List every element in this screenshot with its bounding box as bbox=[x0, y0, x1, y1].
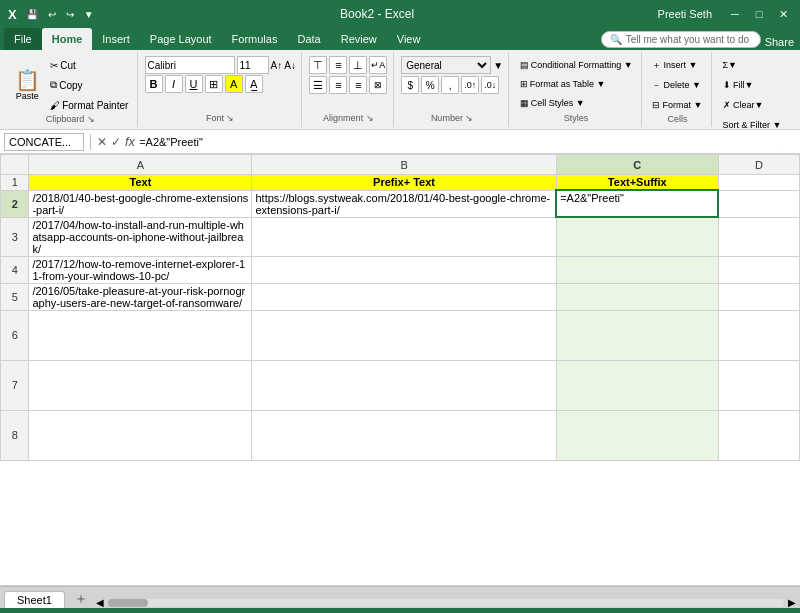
paste-btn[interactable]: 📋 Paste bbox=[9, 68, 45, 103]
tab-home[interactable]: Home bbox=[42, 28, 93, 50]
add-sheet-btn[interactable]: ＋ bbox=[70, 590, 92, 608]
sort-filter-btn[interactable]: Sort & Filter ▼ bbox=[720, 116, 785, 134]
tab-view[interactable]: View bbox=[387, 28, 431, 50]
insert-function-icon[interactable]: fx bbox=[125, 134, 135, 149]
qa-dropdown-btn[interactable]: ▼ bbox=[81, 8, 97, 21]
cell-D5[interactable] bbox=[718, 283, 799, 310]
cell-C5[interactable] bbox=[556, 283, 718, 310]
fill-btn[interactable]: ⬇ Fill▼ bbox=[720, 76, 757, 94]
wrap-text-btn[interactable]: ↵A bbox=[369, 56, 387, 74]
align-bottom-btn[interactable]: ⊥ bbox=[349, 56, 367, 74]
format-painter-btn[interactable]: 🖌 Format Painter bbox=[47, 96, 131, 114]
col-header-B[interactable]: B bbox=[252, 155, 556, 175]
comma-btn[interactable]: , bbox=[441, 76, 459, 94]
cell-B6[interactable] bbox=[252, 310, 556, 360]
bold-btn[interactable]: B bbox=[145, 75, 163, 93]
cell-C6[interactable] bbox=[556, 310, 718, 360]
row-header-1[interactable]: 1 bbox=[1, 175, 29, 191]
cell-A3[interactable]: /2017/04/how-to-install-and-run-multiple… bbox=[29, 217, 252, 256]
grow-font-btn[interactable]: A↑ bbox=[271, 60, 283, 71]
name-box[interactable]: CONCATE... bbox=[4, 133, 84, 151]
minimize-btn[interactable]: ─ bbox=[726, 5, 744, 23]
row-header-2[interactable]: 2 bbox=[1, 190, 29, 217]
align-left-btn[interactable]: ☰ bbox=[309, 76, 327, 94]
tab-review[interactable]: Review bbox=[331, 28, 387, 50]
cell-B4[interactable] bbox=[252, 256, 556, 283]
cell-B5[interactable] bbox=[252, 283, 556, 310]
cell-D8[interactable] bbox=[718, 410, 799, 460]
number-format-select[interactable]: General Number Currency bbox=[401, 56, 491, 74]
font-color-btn[interactable]: A̲ bbox=[245, 75, 263, 93]
align-right-btn[interactable]: ≡ bbox=[349, 76, 367, 94]
cell-C3[interactable] bbox=[556, 217, 718, 256]
cell-D1[interactable] bbox=[718, 175, 799, 191]
row-header-8[interactable]: 8 bbox=[1, 410, 29, 460]
cell-D7[interactable] bbox=[718, 360, 799, 410]
row-header-3[interactable]: 3 bbox=[1, 217, 29, 256]
fill-color-btn[interactable]: A bbox=[225, 75, 243, 93]
cell-styles-btn[interactable]: ▦ Cell Styles ▼ bbox=[517, 94, 588, 112]
cell-A4[interactable]: /2017/12/how-to-remove-internet-explorer… bbox=[29, 256, 252, 283]
cell-D2[interactable] bbox=[718, 190, 799, 217]
row-header-6[interactable]: 6 bbox=[1, 310, 29, 360]
restore-btn[interactable]: □ bbox=[750, 5, 768, 23]
cell-C4[interactable] bbox=[556, 256, 718, 283]
decrease-decimal-btn[interactable]: .0↓ bbox=[481, 76, 499, 94]
cell-B3[interactable] bbox=[252, 217, 556, 256]
cell-B7[interactable] bbox=[252, 360, 556, 410]
cell-C8[interactable] bbox=[556, 410, 718, 460]
font-size-select[interactable] bbox=[237, 56, 269, 74]
italic-btn[interactable]: I bbox=[165, 75, 183, 93]
formula-input[interactable] bbox=[139, 136, 796, 148]
tab-data[interactable]: Data bbox=[287, 28, 330, 50]
tell-me-bar[interactable]: 🔍 Tell me what you want to do bbox=[601, 31, 761, 48]
undo-quick-btn[interactable]: ↩ bbox=[45, 8, 59, 21]
confirm-formula-icon[interactable]: ✓ bbox=[111, 135, 121, 149]
row-header-7[interactable]: 7 bbox=[1, 360, 29, 410]
scroll-left-btn[interactable]: ◀ bbox=[96, 597, 104, 608]
row-header-5[interactable]: 5 bbox=[1, 283, 29, 310]
tab-formulas[interactable]: Formulas bbox=[222, 28, 288, 50]
cell-A2[interactable]: /2018/01/40-best-google-chrome-extension… bbox=[29, 190, 252, 217]
percent-btn[interactable]: $ bbox=[401, 76, 419, 94]
copy-btn[interactable]: ⧉ Copy bbox=[47, 76, 131, 94]
align-middle-btn[interactable]: ≡ bbox=[329, 56, 347, 74]
shrink-font-btn[interactable]: A↓ bbox=[284, 60, 296, 71]
align-center-btn[interactable]: ≡ bbox=[329, 76, 347, 94]
tab-insert[interactable]: Insert bbox=[92, 28, 140, 50]
conditional-format-btn[interactable]: ▤ Conditional Formatting ▼ bbox=[517, 56, 636, 74]
scroll-track[interactable] bbox=[108, 599, 784, 607]
share-btn[interactable]: Share bbox=[765, 36, 794, 48]
cell-B2[interactable]: https://blogs.systweak.com/2018/01/40-be… bbox=[252, 190, 556, 217]
cell-A6[interactable] bbox=[29, 310, 252, 360]
increase-decimal-btn[interactable]: .0↑ bbox=[461, 76, 479, 94]
font-name-select[interactable] bbox=[145, 56, 235, 74]
merge-btn[interactable]: ⊠ bbox=[369, 76, 387, 94]
cell-B1[interactable]: Prefix+ Text bbox=[252, 175, 556, 191]
underline-btn[interactable]: U bbox=[185, 75, 203, 93]
redo-quick-btn[interactable]: ↪ bbox=[63, 8, 77, 21]
cut-btn[interactable]: ✂ Cut bbox=[47, 56, 131, 74]
cell-D4[interactable] bbox=[718, 256, 799, 283]
cell-A7[interactable] bbox=[29, 360, 252, 410]
border-btn[interactable]: ⊞ bbox=[205, 75, 223, 93]
delete-cells-btn[interactable]: － Delete ▼ bbox=[649, 76, 703, 94]
cell-B8[interactable] bbox=[252, 410, 556, 460]
cell-D3[interactable] bbox=[718, 217, 799, 256]
close-btn[interactable]: ✕ bbox=[774, 5, 792, 23]
grid-scroll-area[interactable]: A B C D 1 Text Prefix+ Text Text+Suffix … bbox=[0, 154, 800, 585]
cell-A1[interactable]: Text bbox=[29, 175, 252, 191]
autosum-btn[interactable]: Σ▼ bbox=[720, 56, 740, 74]
tab-page-layout[interactable]: Page Layout bbox=[140, 28, 222, 50]
cell-A8[interactable] bbox=[29, 410, 252, 460]
row-header-4[interactable]: 4 bbox=[1, 256, 29, 283]
align-top-btn[interactable]: ⊤ bbox=[309, 56, 327, 74]
cell-D6[interactable] bbox=[718, 310, 799, 360]
horizontal-scrollbar[interactable]: ◀ ▶ bbox=[92, 597, 800, 608]
col-header-A[interactable]: A bbox=[29, 155, 252, 175]
cell-C2[interactable]: =A2&"Preeti" bbox=[556, 190, 718, 217]
cell-A5[interactable]: /2016/05/take-pleasure-at-your-risk-porn… bbox=[29, 283, 252, 310]
cell-C1[interactable]: Text+Suffix bbox=[556, 175, 718, 191]
tab-file[interactable]: File bbox=[4, 28, 42, 50]
percent-sign-btn[interactable]: % bbox=[421, 76, 439, 94]
